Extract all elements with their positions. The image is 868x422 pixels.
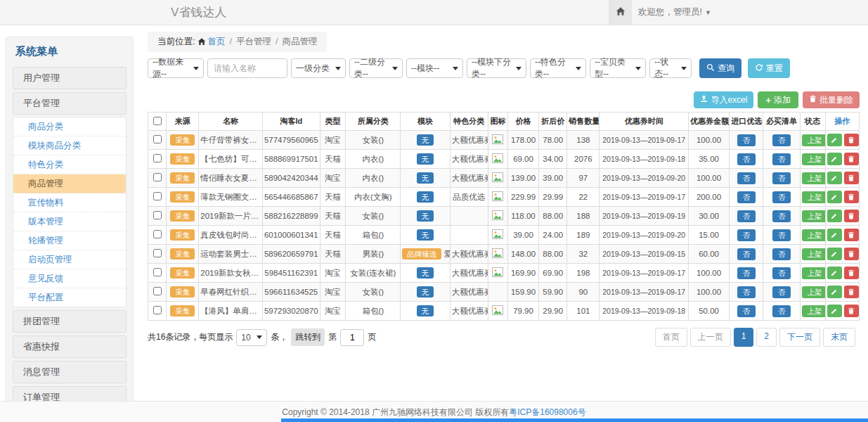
delete-button[interactable] <box>844 134 859 146</box>
filter-select-4[interactable]: --模块-- <box>406 58 463 78</box>
sidebar-item-10[interactable]: 意见反馈 <box>13 269 126 288</box>
sidebar-group-0[interactable]: 用户管理 <box>13 67 127 89</box>
edit-button[interactable] <box>827 134 842 146</box>
reset-button[interactable]: 重置 <box>748 58 790 78</box>
delete-button[interactable] <box>844 267 859 279</box>
status-toggle[interactable]: 上架 <box>802 134 826 146</box>
edit-button[interactable] <box>827 248 842 260</box>
must-buy-toggle[interactable]: 否 <box>772 248 791 260</box>
import-select-toggle[interactable]: 否 <box>737 305 756 317</box>
page-number-input[interactable] <box>340 329 364 346</box>
must-buy-toggle[interactable]: 否 <box>772 153 791 165</box>
delete-button[interactable] <box>844 172 859 184</box>
row-checkbox[interactable] <box>153 306 162 314</box>
delete-button[interactable] <box>844 286 859 298</box>
row-checkbox[interactable] <box>153 192 162 200</box>
sidebar-group-14[interactable]: 消息管理 <box>13 361 127 383</box>
sidebar-item-active[interactable]: 商品管理 <box>13 174 126 193</box>
page-button-0[interactable]: 首页 <box>655 328 687 347</box>
filter-select-3[interactable]: --二级分类-- <box>349 58 403 78</box>
sidebar-item-3[interactable]: 模块商品分类 <box>13 136 126 155</box>
must-buy-toggle[interactable]: 否 <box>772 286 791 298</box>
status-toggle[interactable]: 上架 <box>802 248 826 260</box>
edit-button[interactable] <box>827 229 842 241</box>
add-button[interactable]: + 添加 <box>758 91 798 108</box>
name-search-input[interactable] <box>207 58 287 78</box>
user-menu[interactable]: 欢迎您，管理员!▼ <box>638 0 711 25</box>
delete-button[interactable] <box>844 191 859 203</box>
filter-select-7[interactable]: --宝贝类型-- <box>590 58 646 78</box>
edit-button[interactable] <box>827 172 842 184</box>
delete-button[interactable] <box>844 248 859 260</box>
filter-select-0[interactable]: --数据来源-- <box>148 58 204 78</box>
sidebar-group-1[interactable]: 平台管理 <box>13 92 127 115</box>
status-toggle[interactable]: 上架 <box>802 153 826 165</box>
edit-button[interactable] <box>827 153 842 165</box>
must-buy-toggle[interactable]: 否 <box>772 210 791 222</box>
filter-select-2[interactable]: 一级分类 <box>291 58 346 78</box>
delete-button[interactable] <box>844 229 859 241</box>
home-button[interactable] <box>609 0 632 25</box>
import-excel-button[interactable]: 导入excel <box>694 91 753 108</box>
row-checkbox[interactable] <box>153 173 162 181</box>
import-select-toggle[interactable]: 否 <box>737 248 756 260</box>
breadcrumb-home-link[interactable]: 首页 <box>207 37 225 46</box>
import-select-toggle[interactable]: 否 <box>737 172 756 184</box>
sidebar-item-4[interactable]: 特色分类 <box>13 155 126 174</box>
per-page-select[interactable]: 10 <box>236 329 267 346</box>
page-button-2[interactable]: 1 <box>734 328 754 347</box>
row-checkbox[interactable] <box>153 287 162 295</box>
batch-delete-button[interactable]: 批量删除 <box>803 91 860 108</box>
row-checkbox[interactable] <box>153 211 162 219</box>
page-button-4[interactable]: 下一页 <box>779 328 820 347</box>
edit-button[interactable] <box>827 305 842 317</box>
search-button[interactable]: 查询 <box>699 58 741 78</box>
jump-button[interactable]: 跳转到 <box>291 328 325 346</box>
must-buy-toggle[interactable]: 否 <box>772 305 791 317</box>
import-select-toggle[interactable]: 否 <box>737 286 756 298</box>
must-buy-toggle[interactable]: 否 <box>772 229 791 241</box>
status-toggle[interactable]: 上架 <box>802 229 826 241</box>
delete-button[interactable] <box>844 153 859 165</box>
icp-link[interactable]: 粤ICP备16098006号 <box>509 407 585 417</box>
sidebar-item-2[interactable]: 商品分类 <box>13 117 126 136</box>
sidebar-group-12[interactable]: 拼团管理 <box>13 310 127 333</box>
status-toggle[interactable]: 上架 <box>802 305 826 317</box>
page-button-1[interactable]: 上一页 <box>690 328 731 347</box>
status-toggle[interactable]: 上架 <box>802 267 826 279</box>
sidebar-group-13[interactable]: 省惠快报 <box>13 335 127 358</box>
must-buy-toggle[interactable]: 否 <box>772 134 791 146</box>
edit-button[interactable] <box>827 286 842 298</box>
import-select-toggle[interactable]: 否 <box>737 153 756 165</box>
delete-button[interactable] <box>844 210 859 222</box>
row-checkbox[interactable] <box>153 249 162 257</box>
import-select-toggle[interactable]: 否 <box>737 210 756 222</box>
status-toggle[interactable]: 上架 <box>802 210 826 222</box>
import-select-toggle[interactable]: 否 <box>737 267 756 279</box>
row-checkbox[interactable] <box>153 230 162 238</box>
sidebar-item-11[interactable]: 平台配置 <box>13 288 126 307</box>
row-checkbox[interactable] <box>153 154 162 162</box>
must-buy-toggle[interactable]: 否 <box>772 172 791 184</box>
filter-select-5[interactable]: --模块下分类-- <box>467 58 526 78</box>
filter-select-6[interactable]: --特色分类-- <box>530 58 586 78</box>
sidebar-item-6[interactable]: 宣传物料 <box>13 193 126 212</box>
filter-select-8[interactable]: --状态-- <box>649 58 692 78</box>
row-checkbox[interactable] <box>153 268 162 276</box>
must-buy-toggle[interactable]: 否 <box>772 267 791 279</box>
delete-button[interactable] <box>844 305 859 317</box>
import-select-toggle[interactable]: 否 <box>737 134 756 146</box>
edit-button[interactable] <box>827 267 842 279</box>
select-all-checkbox[interactable] <box>153 117 162 125</box>
edit-button[interactable] <box>827 191 842 203</box>
status-toggle[interactable]: 上架 <box>802 191 826 203</box>
row-checkbox[interactable] <box>153 135 162 143</box>
sidebar-item-7[interactable]: 版本管理 <box>13 212 126 231</box>
sidebar-item-9[interactable]: 启动页管理 <box>13 250 126 269</box>
page-button-3[interactable]: 2 <box>756 328 777 347</box>
status-toggle[interactable]: 上架 <box>802 286 826 298</box>
import-select-toggle[interactable]: 否 <box>737 229 756 241</box>
must-buy-toggle[interactable]: 否 <box>772 191 791 203</box>
page-button-5[interactable]: 末页 <box>823 328 855 347</box>
sidebar-item-8[interactable]: 轮播管理 <box>13 231 126 250</box>
